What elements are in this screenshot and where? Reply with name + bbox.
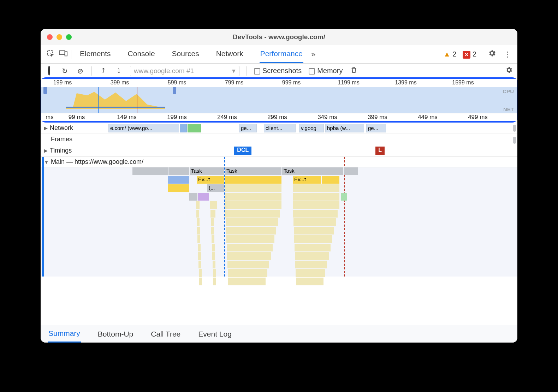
network-lane[interactable]: e.com/ (www.go...ge...client...v.googhpb… xyxy=(73,123,517,133)
network-request-segment[interactable]: ge... xyxy=(239,124,257,132)
network-request-segment[interactable]: hpba (w... xyxy=(325,124,364,132)
flame-block[interactable] xyxy=(226,218,278,226)
perf-settings-icon[interactable] xyxy=(505,66,513,76)
flame-block[interactable] xyxy=(296,269,325,277)
flame-block[interactable] xyxy=(168,184,189,192)
overview-handle-left[interactable] xyxy=(43,87,47,94)
flame-block[interactable] xyxy=(132,167,168,175)
upload-icon[interactable]: ⤴ xyxy=(99,67,107,75)
flame-block[interactable] xyxy=(296,278,323,285)
inspect-icon[interactable] xyxy=(46,49,55,59)
tab-elements[interactable]: Elements xyxy=(79,45,112,63)
reload-record-button[interactable]: ↻ xyxy=(60,67,69,75)
tab-sources[interactable]: Sources xyxy=(171,45,200,63)
timing-badge-load[interactable]: L xyxy=(375,147,385,155)
flame-block[interactable] xyxy=(293,218,336,226)
track-network[interactable]: ▶Network e.com/ (www.go...ge...client...… xyxy=(41,123,517,134)
flame-block[interactable] xyxy=(196,201,200,209)
flame-block[interactable]: Ev...t xyxy=(197,176,224,184)
details-tab-bottomup[interactable]: Bottom-Up xyxy=(97,326,134,342)
details-tab-eventlog[interactable]: Event Log xyxy=(197,326,232,342)
flame-block[interactable] xyxy=(228,269,267,277)
timeline-overview[interactable]: 199 ms399 ms599 ms799 ms999 ms1199 ms139… xyxy=(41,79,517,121)
flame-block[interactable] xyxy=(293,184,339,192)
flame-block[interactable] xyxy=(341,193,347,201)
flame-chart[interactable]: TaskTaskTaskEv...tEv...t(... xyxy=(41,167,517,277)
flame-block[interactable] xyxy=(198,193,209,201)
tab-network[interactable]: Network xyxy=(215,45,244,63)
record-button[interactable] xyxy=(45,67,53,75)
disclosure-triangle-icon[interactable]: ▼ xyxy=(44,160,49,165)
flame-block[interactable]: Task xyxy=(190,167,224,175)
flame-block[interactable] xyxy=(225,201,281,209)
flame-block[interactable] xyxy=(226,227,276,234)
tab-performance[interactable]: Performance xyxy=(260,45,303,63)
network-request-segment[interactable]: client... xyxy=(264,124,296,132)
track-frames[interactable]: Frames xyxy=(41,134,517,145)
tracks-area[interactable]: ▶Network e.com/ (www.go...ge...client...… xyxy=(41,123,517,325)
flame-block[interactable] xyxy=(213,261,215,268)
window-zoom-button[interactable] xyxy=(66,34,72,40)
track-timings[interactable]: ▶Timings DCL L xyxy=(41,145,517,156)
overview-body[interactable]: CPU NET xyxy=(41,87,517,113)
frames-lane[interactable] xyxy=(72,134,517,145)
flame-block[interactable] xyxy=(213,269,216,277)
kebab-menu-icon[interactable]: ⋮ xyxy=(503,50,512,59)
flame-block[interactable] xyxy=(295,261,327,268)
flame-block[interactable] xyxy=(295,244,331,251)
timings-lane[interactable]: DCL L xyxy=(72,145,517,156)
flame-block[interactable] xyxy=(196,210,199,218)
flame-block[interactable] xyxy=(294,227,334,234)
flame-block[interactable] xyxy=(189,193,197,201)
disclosure-triangle-icon[interactable]: ▶ xyxy=(44,125,48,131)
flame-block[interactable] xyxy=(198,244,201,251)
flame-block[interactable] xyxy=(344,167,358,175)
screenshots-toggle[interactable]: Screenshots xyxy=(254,67,302,75)
network-request-segment[interactable] xyxy=(188,124,201,132)
flame-block[interactable] xyxy=(211,218,214,226)
clear-button[interactable]: ⊘ xyxy=(76,67,84,75)
flame-block[interactable] xyxy=(293,201,339,209)
flame-block[interactable] xyxy=(197,235,200,243)
flame-block[interactable] xyxy=(225,193,281,201)
device-toggle-icon[interactable] xyxy=(58,50,68,59)
garbage-collect-icon[interactable] xyxy=(350,66,358,76)
flame-block[interactable] xyxy=(210,210,215,218)
flame-block[interactable] xyxy=(212,235,214,243)
disclosure-triangle-icon[interactable]: ▶ xyxy=(44,148,48,153)
flame-block[interactable]: (... xyxy=(207,184,224,192)
network-request-segment[interactable]: ge... xyxy=(366,124,386,132)
flame-block[interactable] xyxy=(210,201,217,209)
flame-block[interactable] xyxy=(227,261,269,268)
flame-block[interactable] xyxy=(225,210,280,218)
flame-block[interactable] xyxy=(198,252,201,260)
overview-handle-right[interactable] xyxy=(173,87,176,94)
flame-block[interactable] xyxy=(211,227,214,234)
network-request-segment[interactable] xyxy=(180,124,187,132)
flame-block[interactable] xyxy=(227,244,273,251)
flame-block[interactable] xyxy=(294,235,332,243)
tab-console[interactable]: Console xyxy=(127,45,156,63)
recording-select[interactable]: www.google.com #1 ▾ xyxy=(130,66,239,76)
memory-toggle[interactable]: Memory xyxy=(309,67,343,75)
flame-block[interactable] xyxy=(293,210,338,218)
flame-block[interactable] xyxy=(168,167,189,175)
tabs-overflow-icon[interactable]: » xyxy=(311,50,315,59)
flame-block[interactable] xyxy=(199,269,202,277)
flame-block[interactable] xyxy=(225,176,281,184)
flame-block[interactable] xyxy=(198,261,201,268)
flame-block[interactable] xyxy=(226,235,274,243)
flame-block[interactable] xyxy=(225,184,281,192)
issue-counters[interactable]: ▲ 2 ✕ 2 xyxy=(444,50,476,59)
flame-block[interactable] xyxy=(199,278,202,285)
track-main[interactable]: ▼Main — https://www.google.com/ TaskTask… xyxy=(41,156,517,277)
details-tab-calltree[interactable]: Call Tree xyxy=(150,326,181,342)
flame-block[interactable]: Task xyxy=(225,167,281,175)
download-icon[interactable]: ⤵ xyxy=(114,67,123,75)
flame-block[interactable] xyxy=(212,252,215,260)
flame-block[interactable] xyxy=(228,278,266,285)
settings-icon[interactable] xyxy=(487,49,497,59)
flame-block[interactable] xyxy=(168,176,189,184)
flame-block[interactable] xyxy=(213,278,216,285)
timing-badge-dcl[interactable]: DCL xyxy=(234,147,251,155)
